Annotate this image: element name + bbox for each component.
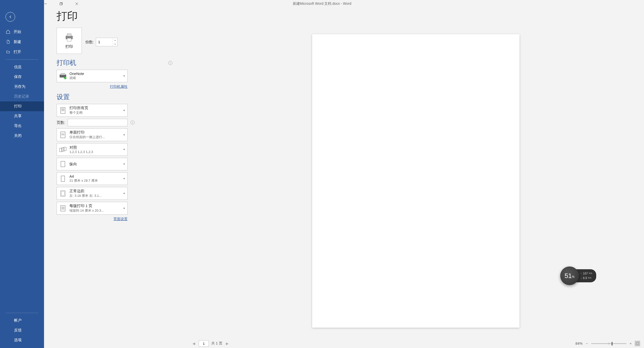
sidebar-item-home[interactable]: 开始 — [0, 27, 44, 37]
sidebar-item-label: 历史记录 — [14, 94, 29, 99]
sidebar-item-label: 关闭 — [14, 133, 22, 138]
sidebar-item-save[interactable]: 保存 — [0, 72, 44, 82]
system-monitor-overlay[interactable]: 51% ↑ 167K/s ↓ 8.9K/s — [560, 266, 596, 285]
sidebar-item-label: 新建 — [14, 40, 21, 44]
dd-sub: 整个文档 — [69, 110, 119, 115]
sidebar-item-print[interactable]: 打印 — [0, 101, 44, 111]
svg-rect-32 — [61, 206, 65, 211]
sidebar-item-export[interactable]: 导出 — [0, 121, 44, 131]
spinner-up[interactable]: ▲ — [113, 38, 117, 42]
chevron-down-icon: ▼ — [123, 163, 125, 165]
copies-input[interactable] — [96, 38, 113, 46]
collate-icon — [59, 145, 67, 154]
dd-sub: 1,2,3 1,2,3 1,2,3 — [69, 150, 119, 154]
print-panel: 打印 份数: ▲ ▼ 打印机 i OneNote — [57, 28, 172, 225]
sidebar-item-label: 反馈 — [14, 328, 22, 333]
copies-label: 份数: — [85, 40, 94, 45]
margins-selector[interactable]: 正常边距左: 3.18 厘米 右: 3.1... ▼ — [57, 187, 128, 200]
info-icon[interactable]: i — [168, 61, 172, 65]
page-next-button[interactable]: ▶ — [225, 341, 230, 345]
print-button[interactable]: 打印 — [57, 28, 82, 54]
sidebar-item-label: 导出 — [14, 124, 22, 128]
dd-sub: 仅在纸面的一侧上进行... — [69, 135, 119, 139]
chevron-down-icon: ▼ — [123, 207, 125, 210]
sidebar: 开始 新建 打开 信息 保存 另存为 历史记录 打印 共享 导出 关闭 帐户 反… — [0, 0, 44, 348]
svg-rect-13 — [67, 38, 71, 41]
home-icon — [6, 29, 11, 34]
printer-status: 就绪 — [69, 76, 119, 80]
sidebar-item-label: 保存 — [14, 74, 22, 79]
svg-rect-12 — [67, 34, 71, 36]
fit-to-window-button[interactable] — [635, 341, 640, 346]
printer-heading: 打印机 — [57, 58, 76, 67]
dd-title: 正常边距 — [69, 189, 119, 194]
sidebar-item-feedback[interactable]: 反馈 — [0, 325, 44, 335]
sidebar-item-history[interactable]: 历史记录 — [0, 92, 44, 101]
svg-rect-36 — [636, 342, 639, 345]
print-button-label: 打印 — [65, 44, 73, 49]
sidebar-item-saveas[interactable]: 另存为 — [0, 82, 44, 92]
sidebar-item-label: 选项 — [14, 338, 22, 342]
svg-rect-28 — [61, 161, 65, 167]
paper-icon — [59, 174, 67, 183]
orientation-selector[interactable]: 纵向 ▼ — [57, 158, 128, 170]
sidebar-divider — [6, 59, 38, 60]
dd-title: 纵向 — [69, 162, 119, 167]
sidebar-item-label: 帐户 — [14, 318, 22, 323]
copies-spinner[interactable]: ▲ ▼ — [96, 38, 117, 46]
pages-input[interactable] — [68, 119, 128, 126]
page-title: 打印 — [44, 0, 644, 28]
printer-selector[interactable]: OneNote 就绪 ▼ — [57, 70, 128, 82]
sidebar-divider — [6, 313, 38, 313]
sidebar-item-label: 信息 — [14, 65, 22, 69]
sidebar-item-label: 另存为 — [14, 84, 25, 89]
sidebar-item-account[interactable]: 帐户 — [0, 316, 44, 325]
svg-rect-37 — [637, 343, 638, 344]
dd-sub: 缩放到 14 厘米 x 20.3... — [69, 208, 119, 213]
sidebar-item-label: 打开 — [14, 50, 21, 54]
sidebar-item-label: 开始 — [14, 29, 21, 34]
sidebar-item-options[interactable]: 选项 — [0, 335, 44, 345]
zoom-out-button[interactable]: − — [585, 341, 589, 345]
overlay-percent: 51% — [560, 266, 579, 285]
svg-rect-16 — [61, 73, 65, 75]
printer-properties-link[interactable]: 打印机属性 — [110, 85, 128, 89]
sidebar-item-share[interactable]: 共享 — [0, 111, 44, 121]
dd-title: 每版打印 1 页 — [69, 204, 119, 208]
zoom-slider[interactable] — [591, 343, 626, 344]
paper-size-selector[interactable]: A421 厘米 x 29.7 厘米 ▼ — [57, 172, 128, 185]
sidebar-item-close[interactable]: 关闭 — [0, 131, 44, 141]
settings-heading: 设置 — [57, 93, 70, 101]
spinner-down[interactable]: ▼ — [113, 42, 117, 46]
back-button[interactable] — [6, 12, 15, 22]
svg-point-14 — [71, 36, 72, 37]
collate-selector[interactable]: 对照1,2,3 1,2,3 1,2,3 ▼ — [57, 143, 128, 156]
sidebar-item-info[interactable]: 信息 — [0, 62, 44, 72]
printer-icon — [64, 33, 74, 42]
page-setup-link[interactable]: 页面设置 — [113, 217, 128, 221]
page-total: 共 1 页 — [211, 341, 222, 346]
sidebar-item-open[interactable]: 打开 — [0, 47, 44, 57]
print-range-selector[interactable]: 打印所有页整个文档 ▼ — [57, 104, 128, 117]
zoom-in-button[interactable]: + — [629, 341, 632, 345]
chevron-down-icon: ▼ — [123, 148, 125, 151]
page-input[interactable] — [199, 340, 209, 347]
page-prev-button[interactable]: ◀ — [191, 341, 196, 345]
chevron-down-icon: ▼ — [123, 75, 125, 77]
preview-area — [187, 28, 644, 339]
page-single-icon — [59, 130, 67, 139]
folder-icon — [6, 49, 11, 54]
sides-selector[interactable]: 单面打印仅在纸面的一侧上进行... ▼ — [57, 128, 128, 141]
sidebar-item-label: 打印 — [14, 104, 22, 109]
pages-per-sheet-selector[interactable]: 每版打印 1 页缩放到 14 厘米 x 20.3... ▼ — [57, 202, 128, 215]
dd-title: A4 — [69, 174, 119, 178]
info-icon[interactable]: i — [131, 121, 135, 125]
chevron-down-icon: ▼ — [123, 134, 125, 136]
pages-label: 页数: — [57, 120, 65, 125]
printer-device-icon — [59, 71, 67, 81]
sidebar-item-new[interactable]: 新建 — [0, 37, 44, 47]
chevron-down-icon: ▼ — [123, 177, 125, 180]
dd-title: 单面打印 — [69, 130, 119, 135]
dd-sub: 左: 3.18 厘米 右: 3.1... — [69, 194, 119, 198]
dd-sub: 21 厘米 x 29.7 厘米 — [69, 178, 119, 183]
